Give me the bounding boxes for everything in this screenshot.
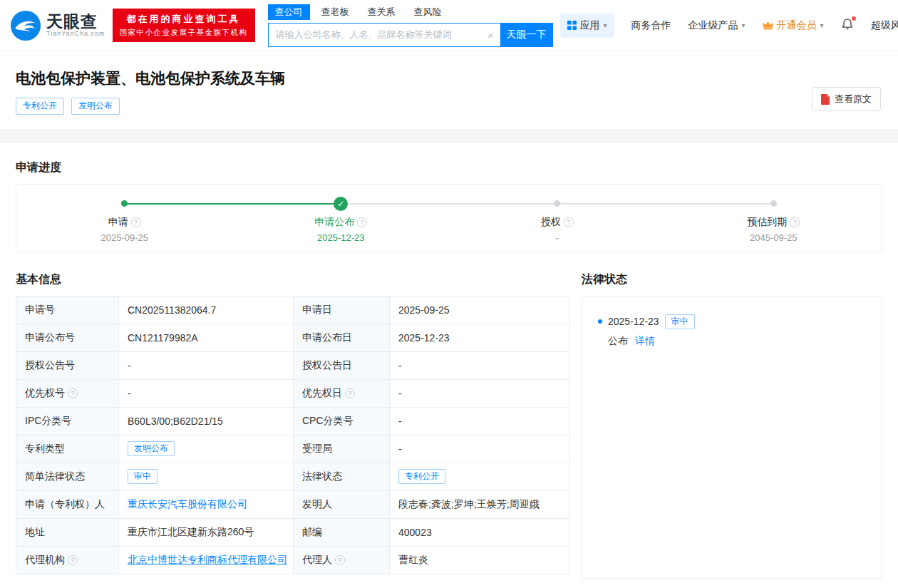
help-icon[interactable]: ? [790,217,800,227]
table-row: 地址 重庆市江北区建新东路260号 邮编 400023 [16,518,570,546]
help-icon[interactable]: ? [357,217,367,227]
pdf-icon [821,94,830,105]
field-value: 2025-09-25 [398,304,450,316]
field-label: 授权公告日 [302,359,352,371]
timeline-date: - [556,232,559,243]
timeline-date: 2045-09-25 [750,232,798,243]
legal-status-date: 2025-12-23 [608,316,659,327]
main-content: 申请进度 申请 ? 2025-09-25 ✓ 申请公布 ? 2025-12-23… [0,160,898,586]
chevron-down-icon: ▾ [742,21,745,29]
nav-business-cooperation[interactable]: 商务合作 [631,19,671,32]
legal-status-heading: 法律状态 [582,272,882,287]
promo-line1: 都在用的商业查询工具 [120,12,248,27]
field-label: 申请公布日 [302,331,352,343]
patent-tags: 专利公开 发明公布 [16,98,882,115]
field-value: CN202511382064.7 [128,304,216,316]
help-icon[interactable]: ? [68,388,78,398]
field-label: 邮编 [302,526,322,537]
field-label: 法律状态 [302,470,342,482]
progress-heading: 申请进度 [16,160,882,175]
header-nav: 应用 ▾ 商务合作 企业级产品 ▾ 开通会员 ▾ 超级风... [560,14,898,38]
field-value: - [128,360,131,371]
search-input[interactable] [268,23,500,47]
page-title: 电池包保护装置、电池包保护系统及车辆 [16,68,882,88]
table-row: 代理机构? 北京中博世达专利商标代理有限公司 代理人? 曹红炎 [16,546,570,574]
field-label: 地址 [25,526,45,537]
field-value: - [398,416,402,427]
table-row: 专利类型 发明公布 受理局 - [16,435,570,463]
field-label: 专利类型 [25,443,65,454]
legal-status-item: 2025-12-23 审中 [598,314,866,330]
field-value: 400023 [398,527,432,538]
field-label: 发明人 [302,498,332,510]
applicant-link[interactable]: 重庆长安汽车股份有限公司 [128,498,247,510]
search-tabs: 查公司 查老板 查关系 查风险 [268,4,553,20]
tab-search-company[interactable]: 查公司 [268,4,310,20]
chevron-down-icon: ▾ [604,21,607,29]
legal-status-detail-link[interactable]: 详情 [635,335,655,346]
apps-grid-icon [567,21,577,30]
nav-apps-label: 应用 [580,19,600,32]
legal-status-action: 公布 [608,335,628,346]
timeline-step-application: 申请 ? 2025-09-25 [16,197,233,243]
search-button[interactable]: 天眼一下 [500,23,553,47]
field-value: - [398,443,402,455]
field-label: 受理局 [302,443,332,454]
timeline-step-estimated-expiry: 预估到期 ? 2045-09-25 [666,197,882,243]
notifications-button[interactable] [841,18,854,33]
timeline-date: 2025-09-25 [101,232,149,243]
help-icon[interactable]: ? [345,388,355,398]
basic-info-heading: 基本信息 [16,272,570,287]
agency-link[interactable]: 北京中博世达专利商标代理有限公司 [128,554,287,565]
nav-super-risk[interactable]: 超级风... [871,19,898,32]
view-original-button[interactable]: 查看原文 [812,87,881,111]
timeline-date: 2025-12-23 [317,232,365,243]
tab-search-relation[interactable]: 查关系 [361,4,403,20]
help-icon[interactable]: ? [131,217,141,227]
logo-title: 天眼查 [46,13,105,31]
field-label: 优先权日 [302,387,342,400]
tab-search-boss[interactable]: 查老板 [314,4,356,20]
field-value: 重庆市江北区建新东路260号 [128,526,254,537]
promo-line2: 国家中小企业发展子基金旗下机构 [120,27,248,38]
bullet-dot [598,319,602,324]
tab-search-risk[interactable]: 查风险 [407,4,449,20]
inventors-value: 段志春;龚波;罗坤;王焕芳;周迎娥 [398,498,540,510]
crown-icon [763,21,773,30]
clear-search-icon[interactable]: × [487,29,494,41]
table-row: IPC分类号 B60L3/00;B62D21/15 CPC分类号 - [16,407,570,435]
nav-apps[interactable]: 应用 ▾ [560,14,614,38]
tag-patent-publication: 专利公开 [16,98,64,115]
application-progress-timeline: 申请 ? 2025-09-25 ✓ 申请公布 ? 2025-12-23 授权 ?… [16,184,882,252]
view-original-label: 查看原文 [835,93,872,105]
timeline-step-grant: 授权 ? - [449,197,666,243]
field-value: 2025-12-23 [398,332,450,344]
timeline-dot [770,200,777,207]
timeline-dot [554,200,560,207]
timeline-step-publication: ✓ 申请公布 ? 2025-12-23 [233,197,450,243]
field-value: - [398,360,402,371]
table-row: 申请（专利权）人 重庆长安汽车股份有限公司 发明人 段志春;龚波;罗坤;王焕芳;… [16,490,570,518]
promo-banner: 都在用的商业查询工具 国家中小企业发展子基金旗下机构 [113,9,255,42]
nav-open-vip[interactable]: 开通会员 ▾ [763,19,824,32]
patent-type-badge: 发明公布 [128,441,175,457]
table-row: 简单法律状态 审中 法律状态 专利公开 [16,463,570,490]
help-icon[interactable]: ? [564,217,574,227]
help-icon[interactable]: ? [68,555,78,565]
field-label: 申请日 [302,304,332,315]
logo-subtitle: TianYanCha.com [46,31,105,38]
field-label: 申请号 [25,304,55,315]
field-label: 申请（专利权）人 [25,498,105,510]
tianyancha-logo[interactable]: 天眼查 TianYanCha.com [10,10,105,41]
table-row: 授权公告号 - 授权公告日 - [16,351,570,379]
field-value: B60L3/00;B62D21/15 [128,416,223,427]
legal-status-badge: 专利公开 [398,469,445,485]
basic-info-table: 申请号 CN202511382064.7 申请日 2025-09-25 申请公布… [16,296,570,574]
help-icon[interactable]: ? [335,555,345,565]
field-label: 代理人 [302,554,332,567]
field-label: IPC分类号 [25,415,71,426]
field-value: 曹红炎 [398,554,428,565]
chevron-down-icon: ▾ [820,21,824,29]
nav-enterprise-products[interactable]: 企业级产品 ▾ [688,19,745,32]
tianyancha-logo-icon [10,10,41,41]
